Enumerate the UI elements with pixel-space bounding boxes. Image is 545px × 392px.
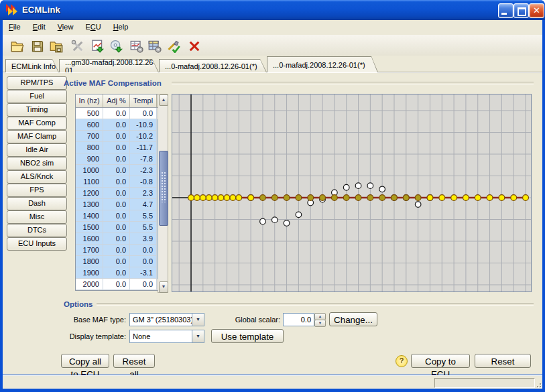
sidebar-item-idle-air[interactable]: Idle Air: [7, 143, 67, 157]
table-cell[interactable]: 1500: [76, 222, 103, 233]
table-cell[interactable]: 0.0: [103, 233, 130, 245]
adj-point[interactable]: [320, 195, 326, 201]
table-cell[interactable]: 0.0: [103, 108, 130, 119]
toolbar-button-tools[interactable]: [70, 38, 86, 54]
table-cell[interactable]: 0.0: [103, 142, 130, 153]
table-cell[interactable]: 0.0: [103, 256, 130, 267]
menu-view[interactable]: View: [52, 20, 80, 35]
table-cell[interactable]: 0.0: [103, 176, 130, 188]
toolbar-button-open-file[interactable]: [9, 38, 25, 54]
menu-help[interactable]: Help: [107, 20, 135, 35]
copy-all-to-ecu-button[interactable]: Copy all to ECU: [61, 354, 109, 368]
adj-point[interactable]: [218, 195, 224, 201]
table-cell[interactable]: 600: [76, 119, 103, 131]
table-cell[interactable]: -0.8: [130, 176, 157, 188]
table-cell[interactable]: 0.0: [103, 245, 130, 256]
adj-point[interactable]: [206, 195, 212, 201]
adj-point[interactable]: [331, 195, 337, 201]
adj-point[interactable]: [427, 195, 433, 201]
table-cell[interactable]: 0.0: [103, 267, 130, 279]
table-cell[interactable]: 1900: [76, 267, 103, 279]
table-scrollbar[interactable]: ▲ ▼: [158, 94, 168, 293]
toolbar-button-save[interactable]: [29, 38, 46, 54]
adj-point[interactable]: [343, 195, 349, 201]
table-cell[interactable]: 1400: [76, 210, 103, 222]
toolbar-button-import-log[interactable]: [90, 38, 106, 54]
sidebar-item-misc[interactable]: Misc: [7, 210, 67, 224]
sidebar-item-timing[interactable]: Timing: [7, 103, 67, 117]
table-cell[interactable]: 0.0: [103, 153, 130, 165]
adj-point[interactable]: [463, 195, 469, 201]
adj-point[interactable]: [511, 195, 517, 201]
adj-point[interactable]: [284, 195, 290, 201]
table-cell[interactable]: 0.0: [130, 279, 157, 290]
column-header-templ[interactable]: Templ: [130, 94, 157, 107]
adj-point[interactable]: [439, 195, 445, 201]
table-cell[interactable]: 4.7: [130, 199, 157, 210]
table-cell[interactable]: 1700: [76, 245, 103, 256]
scroll-down-button[interactable]: ▼: [159, 281, 168, 293]
tab-2-gm30-mafadj-2008-12-26-0[interactable]: ...gm30-mafadj.2008.12.26-01: [59, 59, 159, 72]
adj-point[interactable]: [499, 195, 505, 201]
spin-down-button[interactable]: ▼: [314, 320, 326, 327]
adj-point[interactable]: [308, 195, 314, 201]
adj-point[interactable]: [224, 195, 230, 201]
adj-point[interactable]: [212, 195, 218, 201]
table-cell[interactable]: 0.0: [130, 245, 157, 256]
sidebar-item-fps[interactable]: FPS: [7, 184, 67, 197]
toolbar-button-table-settings[interactable]: [129, 38, 145, 54]
table-cell[interactable]: 1800: [76, 256, 103, 267]
adj-point[interactable]: [403, 195, 409, 201]
tab-4-0-mafadj-2008-12-26-01[interactable]: ...0-mafadj.2008.12.26-01(*): [267, 56, 378, 72]
table-cell[interactable]: 800: [76, 142, 103, 153]
table-cell[interactable]: -10.2: [130, 131, 157, 142]
help-icon[interactable]: ?: [396, 355, 408, 367]
sidebar-item-als-knck[interactable]: ALS/Knck: [7, 170, 67, 184]
reset-button[interactable]: Reset: [475, 354, 531, 368]
resize-grip[interactable]: [533, 379, 541, 387]
menu-file[interactable]: File: [3, 20, 27, 35]
column-header-adj[interactable]: Adj %: [103, 94, 130, 107]
close-button[interactable]: ✕: [529, 3, 544, 18]
table-cell[interactable]: 1600: [76, 233, 103, 245]
toolbar-button-save-all[interactable]: [48, 38, 64, 54]
table-cell[interactable]: 1300: [76, 199, 103, 210]
table-cell[interactable]: 0.0: [103, 188, 130, 199]
table-cell[interactable]: 700: [76, 131, 103, 142]
sidebar-item-maf-comp[interactable]: MAF Comp: [7, 117, 67, 130]
maximize-button[interactable]: [513, 3, 529, 18]
table-cell[interactable]: 0.0: [103, 279, 130, 290]
adj-point[interactable]: [367, 195, 373, 201]
adj-point[interactable]: [194, 195, 200, 201]
table-cell[interactable]: 2000: [76, 279, 103, 290]
adj-point[interactable]: [379, 195, 385, 201]
display-template-dropdown[interactable]: None ▼: [129, 330, 204, 343]
sidebar-item-dash[interactable]: Dash: [7, 197, 67, 210]
table-cell[interactable]: 0.0: [130, 256, 157, 267]
adj-point[interactable]: [487, 195, 493, 201]
table-cell[interactable]: 1200: [76, 188, 103, 199]
global-scalar-input[interactable]: 0.0: [283, 313, 314, 326]
adj-point[interactable]: [523, 195, 529, 201]
table-cell[interactable]: 500: [76, 108, 103, 119]
tab-3-0-mafadj-2008-12-26-01[interactable]: ...0-mafadj.2008.12.26-01(*): [159, 59, 267, 72]
table-cell[interactable]: -11.7: [130, 142, 157, 153]
copy-to-ecu-button[interactable]: Copy to ECU: [411, 354, 470, 368]
minimize-button[interactable]: [498, 3, 513, 18]
table-cell[interactable]: 3.9: [130, 233, 157, 245]
adj-point[interactable]: [451, 195, 457, 201]
adj-point[interactable]: [200, 195, 206, 201]
adj-point[interactable]: [260, 195, 266, 201]
table-cell[interactable]: 0.0: [103, 210, 130, 222]
table-cell[interactable]: 1100: [76, 176, 103, 188]
scrollbar-thumb[interactable]: [159, 151, 168, 226]
tab-1-ecmlink-info[interactable]: ECMLink Info: [5, 59, 59, 72]
adj-point[interactable]: [475, 195, 481, 201]
table-cell[interactable]: 0.0: [103, 119, 130, 131]
base-maf-type-dropdown[interactable]: GM 3" (25180303) ▼: [129, 313, 204, 326]
sidebar-item-fuel[interactable]: Fuel: [7, 90, 67, 103]
adj-point[interactable]: [296, 195, 302, 201]
table-cell[interactable]: -2.3: [130, 165, 157, 176]
adj-point[interactable]: [230, 195, 236, 201]
toolbar-button-table-settings-alt[interactable]: [147, 38, 163, 54]
